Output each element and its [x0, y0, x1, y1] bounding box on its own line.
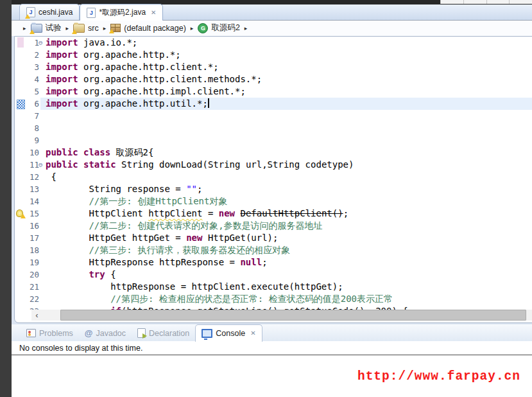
editor-tab[interactable]: J*取源码2.java✕ — [80, 4, 163, 21]
annotation-ruler-cell[interactable] — [15, 207, 26, 220]
annotation-ruler-cell[interactable] — [15, 134, 26, 146]
annotation-ruler-cell[interactable] — [15, 49, 26, 61]
annotation-ruler-cell[interactable] — [15, 37, 26, 49]
annotation-ruler-cell[interactable] — [15, 183, 26, 195]
code-line[interactable]: 2import org.apache.http.*; — [15, 49, 532, 61]
code-line-text[interactable]: //第二步: 创建代表请求的对象,参数是访问的服务器地址 — [40, 220, 532, 232]
code-line-text[interactable]: import org.apache.http.*; — [40, 49, 532, 61]
window-top-strip — [0, 0, 532, 4]
annotation-ruler-cell[interactable] — [15, 195, 26, 207]
occurrence-marker — [17, 37, 24, 48]
code-line-text[interactable]: { — [40, 171, 532, 183]
code-line[interactable]: 5import org.apache.http.impl.client.*; — [15, 85, 532, 98]
code-line[interactable]: 13 String response = ""; — [15, 183, 532, 195]
annotation-ruler-cell[interactable] — [15, 244, 26, 256]
code-line[interactable]: 1⊖import java.io.*; — [15, 37, 532, 49]
breadcrumb-item[interactable]: G取源码2 — [198, 22, 239, 33]
view-tab-label: Console — [216, 329, 245, 338]
annotation-ruler-cell[interactable] — [15, 110, 26, 122]
code-token: DefaultHttpClient() — [240, 208, 343, 218]
code-line-text[interactable]: if(httpResponse.getStatusLine().getStatu… — [40, 305, 532, 310]
code-line-text[interactable]: httpResponse = httpClient.execute(httpGe… — [40, 281, 532, 293]
code-line[interactable]: 8 — [15, 122, 532, 134]
editor-tab[interactable]: Jceshi.java — [19, 4, 80, 20]
view-tab-console[interactable]: Console✕ — [195, 324, 262, 342]
code-line[interactable]: 21 httpResponse = httpClient.execute(htt… — [15, 281, 532, 293]
close-icon[interactable]: ✕ — [250, 330, 255, 337]
view-tab-declaration[interactable]: Declaration — [132, 325, 195, 341]
java-editor[interactable]: 1⊖import java.io.*;2import org.apache.ht… — [14, 36, 532, 323]
breadcrumb-item[interactable]: 试验 — [31, 22, 62, 33]
breadcrumb-item[interactable]: (default package) — [110, 24, 186, 33]
code-line[interactable]: 20 try { — [15, 269, 532, 281]
code-line-text[interactable]: String response = ""; — [40, 183, 532, 195]
line-number: 22 — [26, 293, 40, 305]
code-line[interactable]: 22 //第四步: 检查相应的状态是否正常: 检查状态码的值是200表示正常 — [15, 293, 532, 305]
code-line[interactable]: 16 //第二步: 创建代表请求的对象,参数是访问的服务器地址 — [15, 220, 532, 232]
annotation-ruler-cell[interactable] — [15, 293, 26, 305]
annotation-ruler-cell[interactable] — [15, 220, 26, 232]
annotation-ruler-cell[interactable] — [15, 122, 26, 134]
code-line[interactable]: 15 HttpClient httpClient = new DefaultHt… — [15, 207, 532, 220]
code-line[interactable]: 6import org.apache.http.util.*; — [15, 98, 532, 110]
view-tab-problems[interactable]: Problems — [21, 325, 79, 341]
fold-collapse-icon[interactable]: ⊖ — [39, 159, 43, 171]
quickfix-warning-icon[interactable] — [16, 209, 23, 217]
console-icon — [202, 329, 212, 338]
close-icon[interactable]: ✕ — [151, 10, 156, 16]
code-line-text[interactable] — [40, 110, 532, 122]
code-line-text[interactable]: HttpGet httpGet = new HttpGet(url); — [40, 232, 532, 244]
code-line-text[interactable]: //第一步: 创建HttpClient对象 — [40, 195, 532, 207]
annotation-ruler-cell[interactable] — [15, 61, 26, 73]
code-line[interactable]: 11⊖public static String downLoad(String … — [15, 159, 532, 171]
code-line-text[interactable]: //第三步: 执行请求，获取服务器发还的相应对象 — [40, 244, 532, 256]
annotation-ruler-cell[interactable] — [15, 146, 26, 159]
annotation-ruler-cell[interactable] — [15, 98, 26, 110]
code-line-text[interactable]: ⊖import java.io.*; — [40, 37, 532, 49]
annotation-ruler-cell[interactable] — [15, 256, 26, 269]
code-line-text[interactable]: try { — [40, 269, 532, 281]
code-line-text[interactable] — [40, 134, 532, 146]
code-line[interactable]: 4import org.apache.http.client.methods.*… — [15, 73, 532, 85]
breadcrumb-item[interactable]: src — [73, 24, 99, 33]
code-area[interactable]: 1⊖import java.io.*;2import org.apache.ht… — [15, 37, 532, 310]
code-line[interactable]: 3import org.apache.http.client.*; — [15, 61, 532, 73]
horizontal-scrollbar[interactable]: ‹ — [31, 310, 532, 321]
code-line-text[interactable] — [40, 122, 532, 134]
watermark-text: http://www.farpay.cn — [357, 369, 520, 384]
code-line-text[interactable]: import org.apache.http.client.methods.*; — [40, 73, 532, 85]
annotation-ruler-cell[interactable] — [15, 305, 26, 310]
code-line-text[interactable]: HttpResponse httpResponse = null; — [40, 256, 532, 269]
annotation-ruler-cell[interactable] — [15, 232, 26, 244]
annotation-ruler-cell[interactable] — [15, 159, 26, 171]
code-line-text[interactable]: public class 取源码2{ — [40, 146, 532, 159]
code-line[interactable]: 23 if(httpResponse.getStatusLine().getSt… — [15, 305, 532, 310]
scroll-left-arrow-icon[interactable]: ‹ — [31, 310, 42, 321]
code-line-text[interactable]: ⊖public static String downLoad(String ur… — [40, 159, 532, 171]
view-tab-javadoc[interactable]: @Javadoc — [79, 325, 132, 341]
code-line-text[interactable]: import org.apache.http.client.*; — [40, 61, 532, 73]
code-line-text[interactable]: import org.apache.http.impl.client.*; — [40, 85, 532, 98]
line-number: 6 — [26, 98, 40, 110]
code-line[interactable]: 17 HttpGet httpGet = new HttpGet(url); — [15, 232, 532, 244]
fold-collapse-icon[interactable]: ⊖ — [39, 37, 43, 49]
code-line[interactable]: 18 //第三步: 执行请求，获取服务器发还的相应对象 — [15, 244, 532, 256]
code-line[interactable]: 12 { — [15, 171, 532, 183]
code-token — [78, 159, 83, 170]
code-line-text[interactable]: //第四步: 检查相应的状态是否正常: 检查状态码的值是200表示正常 — [40, 293, 532, 305]
annotation-ruler-cell[interactable] — [15, 269, 26, 281]
code-line-text[interactable]: HttpClient httpClient = new DefaultHttpC… — [40, 207, 532, 220]
code-line[interactable]: 9 — [15, 134, 532, 146]
code-line[interactable]: 14 //第一步: 创建HttpClient对象 — [15, 195, 532, 207]
code-line[interactable]: 19 HttpResponse httpResponse = null; — [15, 256, 532, 269]
code-line[interactable]: 7 — [15, 110, 532, 122]
code-line-text[interactable]: import org.apache.http.util.*; — [40, 98, 532, 110]
code-token: import — [46, 74, 78, 84]
annotation-ruler-cell[interactable] — [15, 281, 26, 293]
annotation-ruler-cell[interactable] — [15, 73, 26, 85]
code-token: "" — [186, 184, 197, 194]
code-line[interactable]: 10public class 取源码2{ — [15, 146, 532, 159]
annotation-ruler-cell[interactable] — [15, 171, 26, 183]
annotation-ruler-cell[interactable] — [15, 85, 26, 98]
scrollbar-thumb[interactable] — [60, 310, 526, 321]
